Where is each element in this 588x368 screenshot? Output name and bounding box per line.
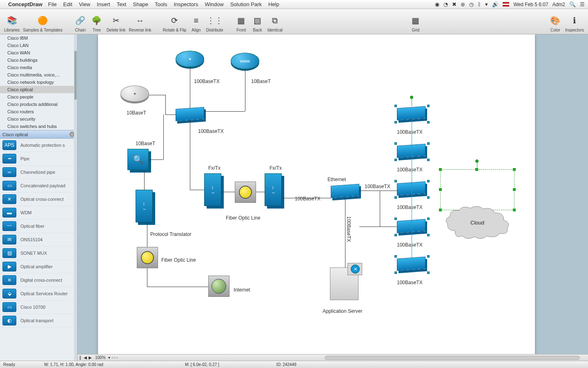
bluetooth-icon[interactable]: ᛒ (478, 1, 481, 7)
back-button[interactable]: ▧Back (249, 13, 266, 33)
library-item[interactable]: Cisco people (0, 93, 77, 101)
library-item[interactable]: Cisco products additional (0, 101, 77, 108)
router-www-shape[interactable]: www (231, 53, 259, 69)
shape-item[interactable]: ✕Digital cross-connect (0, 274, 77, 287)
horizontal-scrollbar[interactable]: ‖ ◀▶ 100% ▾ ▫▫▫ (78, 354, 588, 361)
shape-item[interactable]: ✉ONS15104 (0, 233, 77, 247)
router-gray-shape[interactable]: ✦ (120, 85, 149, 102)
shape-icon: ✉ (2, 235, 16, 245)
internet-shape[interactable] (208, 276, 229, 297)
shape-item[interactable]: ━Pipe (0, 152, 77, 166)
menu-solution-park[interactable]: Solution Park (230, 1, 262, 7)
grid-button[interactable]: ▦Grid (408, 13, 424, 33)
switch-shape[interactable] (397, 257, 425, 271)
sidebar-scrollbar[interactable] (74, 34, 77, 361)
status-icon[interactable]: ◉ (435, 1, 439, 7)
toolbar: 📚Libraries 🟠Samples & Templates 🔗Chain 🌳… (0, 9, 588, 34)
switch-shape[interactable] (397, 182, 425, 196)
fiber-optic-shape[interactable] (137, 247, 158, 268)
protocol-translator-shape[interactable]: ↕⌣ (136, 190, 153, 222)
fxtx-shape[interactable]: ↕⌣ (204, 173, 221, 206)
menu-help[interactable]: Help (268, 1, 279, 7)
menu-view[interactable]: View (79, 1, 90, 7)
distribute-button[interactable]: ⋮⋮Distribute (204, 13, 225, 33)
menu-window[interactable]: Window (205, 1, 223, 7)
libraries-button[interactable]: 📚Libraries (2, 13, 21, 33)
shape-item[interactable]: ▤SONET MUX (0, 247, 77, 260)
menu-edit[interactable]: Edit (63, 1, 72, 7)
canvas-area[interactable]: ✦ 100BaseTX www 10BaseT ✦ 10BaseT 100Bas… (78, 34, 588, 361)
page[interactable]: ✦ 100BaseTX www 10BaseT ✦ 10BaseT 100Bas… (98, 34, 535, 361)
wifi-icon[interactable]: ▾ (485, 1, 488, 7)
delete-link-button[interactable]: ✂Delete link (105, 13, 127, 33)
color-button[interactable]: 🎨Color (547, 13, 564, 33)
reverse-link-button[interactable]: ↔Reverse link (127, 13, 153, 33)
ethernet-switch-shape[interactable] (331, 184, 359, 198)
status-icon[interactable]: ✖ (452, 1, 457, 7)
switch-shape[interactable] (397, 219, 425, 233)
app-name[interactable]: ConceptDraw (8, 1, 42, 7)
status-icon[interactable]: ◔ (443, 1, 448, 7)
switch-shape[interactable] (397, 144, 425, 158)
menu-inspectors[interactable]: Inspectors (174, 1, 198, 7)
menu-tools[interactable]: Tools (155, 1, 167, 7)
menu-insert[interactable]: Insert (97, 1, 110, 7)
chain-button[interactable]: 🔗Chain (72, 13, 89, 33)
shape-item[interactable]: 〰Optical fiber (0, 220, 77, 233)
library-item[interactable]: Cisco LAN (0, 42, 77, 49)
fiber-optic-shape[interactable] (235, 182, 256, 203)
spotlight-icon[interactable]: 🔍 (569, 1, 576, 7)
library-item[interactable]: Cisco security (0, 115, 77, 123)
switch-shape[interactable] (176, 107, 204, 121)
switch-shape[interactable] (397, 106, 425, 121)
shape-item[interactable]: ▬WDM (0, 206, 77, 220)
shape-item[interactable]: ✕Optical cross-connect (0, 193, 77, 206)
shape-item[interactable]: ▶Optical amplifier (0, 260, 77, 274)
align-button[interactable]: ≡Align (188, 13, 204, 33)
library-item[interactable]: Cisco routers (0, 108, 77, 115)
menu-shape[interactable]: Shape (133, 1, 148, 7)
menu-file[interactable]: File (48, 1, 57, 7)
application-server-shape[interactable]: ✕ (330, 267, 359, 300)
rotate-flip-button[interactable]: ⟳Rotate & Flip (161, 13, 188, 33)
menubar-user[interactable]: Adm2 (552, 2, 565, 7)
menu-text[interactable]: Text (117, 1, 127, 7)
shape-item[interactable]: ▭Cisco 10700 (0, 301, 77, 314)
library-item[interactable]: Cisco switches and hubs (0, 123, 77, 130)
library-list[interactable]: Cisco IBM Cisco LAN Cisco WAN Cisco buil… (0, 34, 77, 130)
router-shape[interactable]: ✦ (176, 51, 204, 67)
library-item[interactable]: Cisco multimedia, voice,... (0, 71, 77, 79)
shape-item[interactable]: ⬙Optical Services Router (0, 287, 77, 301)
shape-label: 100BaseTX (194, 79, 220, 84)
notification-icon[interactable]: ☰ (580, 1, 585, 7)
shape-item[interactable]: APSAutomatic protection s (0, 139, 77, 152)
library-header[interactable]: Cisco optical × (0, 130, 77, 139)
shape-icon: ◐ (2, 316, 16, 325)
library-item[interactable]: Cisco media (0, 64, 77, 71)
volume-icon[interactable]: 🔊 (492, 1, 499, 7)
library-item[interactable]: Cisco buildings (0, 56, 77, 64)
cloud-shape[interactable]: Cloud (443, 204, 512, 241)
shape-list[interactable]: APSAutomatic protection s ━Pipe ═Channel… (0, 139, 77, 361)
fxtx-shape[interactable]: ↕⌣ (265, 173, 282, 206)
front-button[interactable]: ▦Front (233, 13, 249, 33)
shape-item[interactable]: ▭Concatenated payload (0, 179, 77, 193)
shape-item[interactable]: ═Channelized pipe (0, 166, 77, 179)
tree-button[interactable]: 🌳Tree (89, 13, 105, 33)
library-item[interactable]: Cisco IBM (0, 34, 77, 42)
status-icon[interactable]: ⊛ (461, 1, 465, 7)
menubar-datetime[interactable]: Wed Feb 5 6:07 (513, 2, 548, 7)
status-icon[interactable]: ◷ (469, 1, 474, 7)
flag-icon[interactable] (503, 2, 509, 7)
zoom-level[interactable]: 100% (93, 355, 108, 360)
samples-button[interactable]: 🟠Samples & Templates (21, 13, 64, 33)
identical-button[interactable]: ⧉Identical (266, 13, 284, 33)
shape-label: 100BaseTX (397, 204, 423, 210)
shape-label: 100BaseTX (365, 184, 390, 189)
library-item[interactable]: Cisco network topology (0, 79, 77, 86)
inspectors-button[interactable]: ℹInspectors (564, 13, 586, 33)
host-shape[interactable]: 🔍 (127, 149, 149, 170)
shape-item[interactable]: ◐Optical transport (0, 314, 77, 328)
library-item[interactable]: Cisco WAN (0, 49, 77, 56)
library-item-selected[interactable]: Cisco optical (0, 86, 77, 93)
